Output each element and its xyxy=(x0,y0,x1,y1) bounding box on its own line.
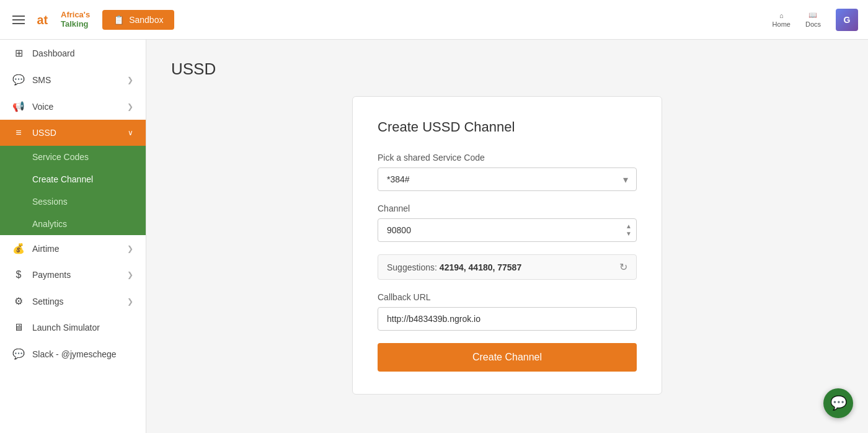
payments-icon: $ xyxy=(12,269,25,280)
svg-text:at: at xyxy=(37,13,48,27)
docs-icon: 📖 xyxy=(808,11,817,19)
home-nav[interactable]: ⌂ Home xyxy=(773,12,790,28)
logo-line1: Africa's xyxy=(61,11,90,19)
sidebar-item-payments[interactable]: $ Payments ❯ xyxy=(0,262,146,288)
sidebar-label-airtime: Airtime xyxy=(32,244,120,254)
sms-icon: 💬 xyxy=(12,74,25,86)
card-title: Create USSD Channel xyxy=(378,119,637,135)
sidebar-item-slack[interactable]: 💬 Slack - @jymeschege xyxy=(0,341,146,367)
docs-nav[interactable]: 📖 Docs xyxy=(805,11,821,28)
submenu-label-analytics: Analytics xyxy=(32,219,67,229)
ussd-chevron: ∨ xyxy=(128,128,133,137)
channel-input[interactable] xyxy=(378,218,637,242)
suggestions-prefix: Suggestions: xyxy=(387,262,440,272)
hamburger-button[interactable] xyxy=(10,13,27,27)
suggestions-values: 42194, 44180, 77587 xyxy=(440,262,521,272)
sidebar-label-launch-simulator: Launch Simulator xyxy=(32,323,133,333)
submenu-label-service-codes: Service Codes xyxy=(32,152,89,162)
sidebar-label-settings: Settings xyxy=(32,297,120,306)
sidebar-label-ussd: USSD xyxy=(32,128,120,138)
slack-icon: 💬 xyxy=(12,348,25,360)
settings-chevron: ❯ xyxy=(127,297,133,306)
submenu-item-analytics[interactable]: Analytics xyxy=(0,213,146,235)
refresh-icon[interactable]: ↻ xyxy=(619,261,627,273)
home-icon: ⌂ xyxy=(779,12,784,19)
sidebar-label-dashboard: Dashboard xyxy=(32,48,133,58)
sidebar-label-sms: SMS xyxy=(32,75,120,85)
sidebar-item-launch-simulator[interactable]: 🖥 Launch Simulator xyxy=(0,315,146,341)
voice-icon: 📢 xyxy=(12,100,25,112)
sidebar: ⊞ Dashboard 💬 SMS ❯ 📢 Voice ❯ ≡ USSD ∨ S… xyxy=(0,40,146,433)
topbar-center: 📋 Sandbox xyxy=(90,10,772,30)
ussd-submenu: Service Codes Create Channel Sessions An… xyxy=(0,146,146,235)
channel-input-wrapper: ▲ ▼ xyxy=(378,218,637,242)
service-code-select-wrapper: *384#*385#*386# xyxy=(378,167,637,191)
create-channel-card: Create USSD Channel Pick a shared Servic… xyxy=(352,96,662,395)
logo[interactable]: at Africa's Talking xyxy=(35,9,90,31)
service-code-group: Pick a shared Service Code *384#*385#*38… xyxy=(378,153,637,191)
main-layout: ⊞ Dashboard 💬 SMS ❯ 📢 Voice ❯ ≡ USSD ∨ S… xyxy=(0,40,868,433)
service-code-label: Pick a shared Service Code xyxy=(378,153,637,163)
submenu-label-sessions: Sessions xyxy=(32,197,68,207)
sandbox-label: Sandbox xyxy=(129,15,163,25)
service-code-select[interactable]: *384#*385#*386# xyxy=(378,167,637,191)
sidebar-item-voice[interactable]: 📢 Voice ❯ xyxy=(0,93,146,120)
submenu-item-service-codes[interactable]: Service Codes xyxy=(0,146,146,168)
decrement-arrow[interactable]: ▼ xyxy=(626,231,632,237)
number-arrows: ▲ ▼ xyxy=(626,223,632,237)
airtime-chevron: ❯ xyxy=(127,244,133,253)
sandbox-button[interactable]: 📋 Sandbox xyxy=(102,10,174,30)
suggestions-box: Suggestions: 42194, 44180, 77587 ↻ xyxy=(378,254,637,280)
suggestions-text: Suggestions: 42194, 44180, 77587 xyxy=(387,262,521,272)
settings-icon: ⚙ xyxy=(12,295,25,307)
ussd-icon: ≡ xyxy=(12,127,25,138)
callback-url-input[interactable] xyxy=(378,307,637,331)
topbar: at Africa's Talking 📋 Sandbox ⌂ Home 📖 D… xyxy=(0,0,868,40)
topbar-right: ⌂ Home 📖 Docs G xyxy=(773,9,858,31)
topbar-left: at Africa's Talking xyxy=(10,9,90,31)
callback-url-group: Callback URL xyxy=(378,292,637,331)
simulator-icon: 🖥 xyxy=(12,322,25,333)
chat-icon: 💬 xyxy=(830,395,847,411)
page-content: USSD Create USSD Channel Pick a shared S… xyxy=(146,40,868,433)
increment-arrow[interactable]: ▲ xyxy=(626,223,632,230)
docs-label: Docs xyxy=(805,20,821,28)
page-title: USSD xyxy=(171,60,843,79)
channel-group: Channel ▲ ▼ xyxy=(378,203,637,242)
payments-chevron: ❯ xyxy=(127,270,133,279)
sidebar-label-payments: Payments xyxy=(32,270,120,280)
channel-label: Channel xyxy=(378,203,637,213)
sidebar-item-settings[interactable]: ⚙ Settings ❯ xyxy=(0,288,146,315)
sidebar-label-slack: Slack - @jymeschege xyxy=(32,349,133,359)
sandbox-icon: 📋 xyxy=(113,15,124,25)
sidebar-item-ussd[interactable]: ≡ USSD ∨ xyxy=(0,120,146,146)
logo-icon: at xyxy=(35,9,57,31)
create-channel-button[interactable]: Create Channel xyxy=(378,343,637,372)
airtime-icon: 💰 xyxy=(12,243,25,254)
callback-url-label: Callback URL xyxy=(378,292,637,302)
sidebar-item-airtime[interactable]: 💰 Airtime ❯ xyxy=(0,235,146,262)
sidebar-item-sms[interactable]: 💬 SMS ❯ xyxy=(0,66,146,93)
sidebar-label-voice: Voice xyxy=(32,102,120,112)
logo-line2: Talking xyxy=(61,20,90,29)
sms-chevron: ❯ xyxy=(127,76,133,84)
home-label: Home xyxy=(773,20,790,28)
voice-chevron: ❯ xyxy=(127,102,133,111)
submenu-item-create-channel[interactable]: Create Channel xyxy=(0,168,146,190)
submenu-item-sessions[interactable]: Sessions xyxy=(0,190,146,213)
dashboard-icon: ⊞ xyxy=(12,47,25,59)
user-avatar[interactable]: G xyxy=(836,9,858,31)
submenu-label-create-channel: Create Channel xyxy=(32,174,93,184)
chat-bubble[interactable]: 💬 xyxy=(823,388,853,418)
sidebar-item-dashboard[interactable]: ⊞ Dashboard xyxy=(0,40,146,66)
